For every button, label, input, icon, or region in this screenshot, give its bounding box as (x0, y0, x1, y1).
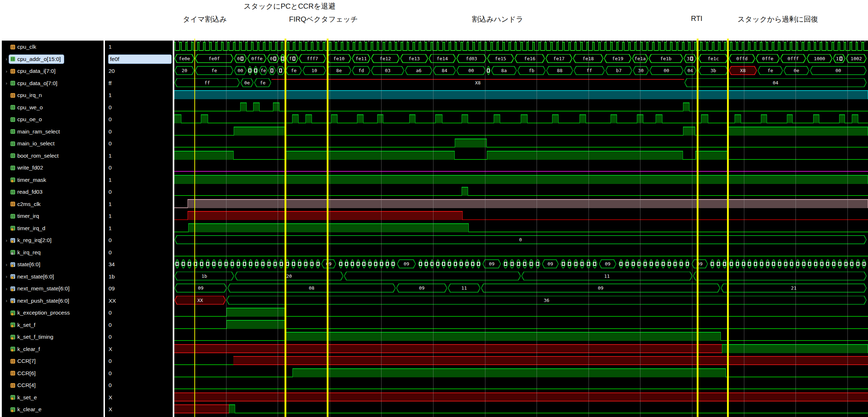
signal-name-pill[interactable]: k_set_e (9, 393, 40, 402)
signal-values-panel[interactable]: 1fe0f20ff10000101011100341b09XX000X000XX (105, 40, 173, 417)
signal-row-k_clear_f[interactable]: k_clear_f (2, 343, 103, 355)
signal-name-pill[interactable]: boot_rom_select (9, 152, 62, 160)
signal-row-state[6:0][interactable]: ›state[6:0] (2, 258, 103, 271)
signal-value: X (109, 394, 112, 401)
signal-row-boot_rom_select[interactable]: boot_rom_select (2, 150, 103, 162)
signal-row-CCR[4][interactable]: CCR[4] (2, 379, 103, 391)
expand-arrow-icon[interactable]: › (4, 274, 9, 279)
signal-value: 34 (109, 261, 115, 268)
signal-name-pill[interactable]: main_io_select (9, 139, 57, 148)
signal-value: 0 (109, 382, 112, 389)
signal-name-pill[interactable]: k_clear_f (9, 345, 43, 354)
time-marker[interactable] (327, 39, 329, 417)
expand-arrow-icon[interactable]: › (4, 80, 9, 86)
expand-arrow-icon[interactable]: › (4, 298, 9, 303)
signal-row-timer_mask[interactable]: timer_mask (2, 174, 103, 186)
expand-arrow-icon[interactable]: › (4, 56, 9, 62)
signal-row-next_state[6:0][interactable]: ›next_state[6:0] (2, 271, 103, 283)
signal-name-pill[interactable]: main_ram_select (9, 127, 63, 136)
signal-row-k_clear_e[interactable]: k_clear_e (2, 403, 103, 416)
signal-name-label: CCR[4] (17, 382, 36, 389)
signal-name-pill[interactable]: cpu_oe_o (9, 115, 45, 124)
signal-row-k_set_f[interactable]: k_set_f (2, 319, 103, 331)
signal-name-pill[interactable]: cpu_data_o[7:0] (9, 79, 60, 88)
signal-name-label: read_fd03 (17, 189, 43, 195)
signal-name-pill[interactable]: read_fd03 (9, 188, 45, 196)
signal-value-row: 09 (105, 282, 173, 295)
signal-row-k_set_e[interactable]: k_set_e (2, 391, 103, 404)
signal-row-read_fd03[interactable]: read_fd03 (2, 186, 103, 198)
signal-name-pill[interactable]: next_state[6:0] (9, 272, 57, 281)
expand-arrow-icon[interactable]: › (4, 238, 9, 243)
signal-row-write_fd02[interactable]: write_fd02 (2, 162, 103, 174)
signal-name-pill[interactable]: CCR[6] (9, 369, 39, 378)
signal-name-pill[interactable]: k_exception_process (9, 308, 73, 317)
signal-name-pill[interactable]: CCR[7] (9, 357, 39, 365)
signal-name-pill[interactable]: k_set_f_timing (9, 333, 56, 341)
signal-name-pill[interactable]: timer_irq_d (9, 224, 48, 233)
signal-row-next_mem_state[6:0][interactable]: ›next_mem_state[6:0] (2, 282, 103, 295)
signal-value: 0 (109, 128, 112, 135)
signal-row-main_ram_select[interactable]: main_ram_select (2, 126, 103, 138)
signal-name-pill[interactable]: next_push_state[6:0] (9, 297, 72, 305)
signal-value-row: 0 (105, 101, 173, 114)
signal-row-timer_irq[interactable]: timer_irq (2, 210, 103, 222)
signal-name-pill[interactable]: k_irq_req (9, 248, 44, 257)
signal-name-pill[interactable]: cpu_addr_o[15:0] (9, 55, 64, 63)
signal-name-label: cpu_data_i[7:0] (17, 68, 56, 74)
signal-value: XX (109, 298, 116, 304)
signal-name-label: k_irq_req (17, 249, 41, 256)
signal-row-k_irq_req[interactable]: k_irq_req (2, 246, 103, 259)
signal-value: 0 (109, 189, 112, 195)
reg-green-icon (10, 117, 15, 122)
time-ruler[interactable] (174, 40, 868, 42)
time-marker[interactable] (697, 39, 699, 417)
signal-row-cpu_data_o[7:0][interactable]: ›cpu_data_o[7:0] (2, 77, 103, 89)
signal-name-pill[interactable]: c2ms_clk (9, 200, 44, 208)
signal-row-cpu_we_o[interactable]: cpu_we_o (2, 101, 103, 114)
time-marker[interactable] (727, 39, 729, 417)
signal-value-row: X (105, 403, 173, 416)
signal-name-pill[interactable]: timer_irq (9, 212, 42, 220)
time-marker[interactable] (194, 39, 195, 417)
signal-row-k_reg_irq[2:0][interactable]: ›k_reg_irq[2:0] (2, 234, 103, 246)
waveform-canvas[interactable] (174, 40, 868, 417)
expand-arrow-icon[interactable]: › (4, 286, 9, 291)
signal-row-CCR[7][interactable]: CCR[7] (2, 355, 103, 367)
signal-value: 1 (109, 153, 112, 159)
signal-names-panel[interactable]: cpu_clk›cpu_addr_o[15:0]›cpu_data_i[7:0]… (2, 40, 103, 417)
signal-name-pill[interactable]: cpu_clk (9, 43, 39, 51)
expand-arrow-icon[interactable]: › (4, 69, 9, 74)
signal-row-next_push_state[6:0][interactable]: ›next_push_state[6:0] (2, 295, 103, 307)
signal-row-main_io_select[interactable]: main_io_select (2, 137, 103, 150)
signal-name-pill[interactable]: timer_mask (9, 176, 49, 184)
signal-name-pill[interactable]: state[6:0] (9, 260, 43, 269)
signal-row-k_set_f_timing[interactable]: k_set_f_timing (2, 331, 103, 343)
signal-row-cpu_irq_n[interactable]: cpu_irq_n (2, 89, 103, 101)
signal-row-CCR[6][interactable]: CCR[6] (2, 367, 103, 379)
signal-name-pill[interactable]: cpu_irq_n (9, 91, 45, 100)
signal-row-cpu_addr_o[15:0][interactable]: ›cpu_addr_o[15:0] (2, 53, 103, 65)
signal-row-cpu_data_i[7:0][interactable]: ›cpu_data_i[7:0] (2, 65, 103, 77)
reg-green-icon (10, 214, 15, 219)
bus-green-icon (10, 57, 15, 61)
signal-name-pill[interactable]: cpu_data_i[7:0] (9, 67, 58, 75)
signal-value: X (109, 346, 112, 352)
signal-name-label: k_clear_e (17, 406, 41, 413)
signal-row-cpu_clk[interactable]: cpu_clk (2, 41, 103, 53)
signal-name-pill[interactable]: next_mem_state[6:0] (9, 284, 72, 293)
signal-row-timer_irq_d[interactable]: timer_irq_d (2, 222, 103, 234)
signal-name-pill[interactable]: CCR[4] (9, 381, 39, 390)
bus-blue-icon (10, 298, 15, 303)
signal-row-k_exception_process[interactable]: k_exception_process (2, 307, 103, 319)
signal-value: 09 (109, 285, 115, 292)
signal-name-pill[interactable]: write_fd02 (9, 163, 46, 172)
signal-name-pill[interactable]: k_reg_irq[2:0] (9, 236, 54, 245)
signal-row-cpu_oe_o[interactable]: cpu_oe_o (2, 113, 103, 126)
signal-row-c2ms_clk[interactable]: c2ms_clk (2, 198, 103, 210)
expand-arrow-icon[interactable]: › (4, 262, 9, 267)
signal-name-pill[interactable]: k_set_f (9, 321, 38, 329)
time-marker[interactable] (285, 39, 286, 417)
signal-name-pill[interactable]: k_clear_e (9, 405, 44, 414)
signal-name-pill[interactable]: cpu_we_o (9, 103, 46, 112)
